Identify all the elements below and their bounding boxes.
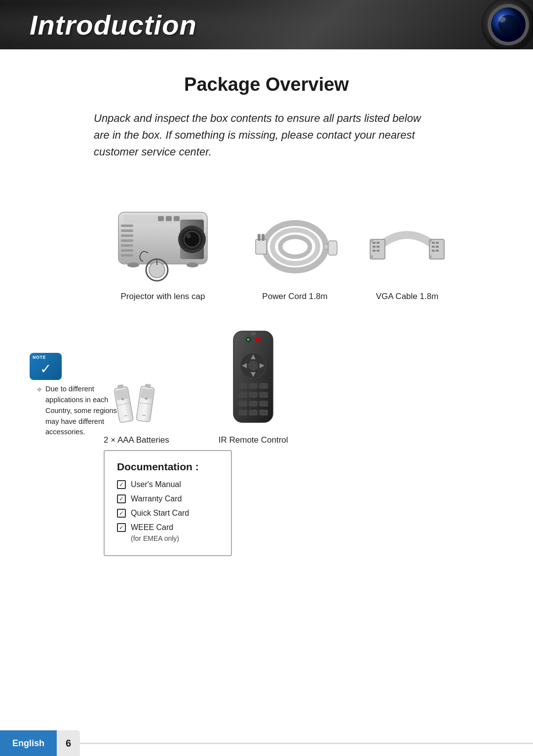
doc-label-users-manual: User's Manual — [131, 480, 181, 490]
item-ir-remote: IR Remote Control — [219, 329, 288, 445]
item-power-cord: Power Cord 1.8m — [252, 212, 338, 302]
svg-rect-59 — [145, 384, 152, 389]
ir-remote-label: IR Remote Control — [219, 435, 288, 445]
doc-checkbox-quick-start-card: ✓ — [117, 509, 126, 518]
batteries-label: 2 × AAA Batteries — [104, 435, 169, 445]
svg-point-17 — [184, 231, 200, 247]
doc-label-weee-card: WEEE Card — [131, 523, 173, 533]
svg-rect-46 — [432, 250, 435, 252]
svg-rect-81 — [249, 401, 258, 407]
intro-text: Unpack and inspect the box contents to e… — [94, 110, 439, 160]
svg-rect-13 — [121, 254, 133, 257]
svg-rect-44 — [432, 242, 435, 244]
doc-item-warranty-card: ✓ Warranty Card — [117, 494, 219, 504]
item-vga-cable: VGA Cable 1.8m — [368, 212, 447, 302]
note-badge-label: NOTE — [33, 355, 46, 360]
documentation-box: Documentation : ✓ User's Manual ✓ Warran… — [104, 450, 232, 556]
main-content: Package Overview Unpack and inspect the … — [0, 49, 533, 605]
svg-rect-32 — [262, 234, 265, 241]
doc-label-quick-start-card: Quick Start Card — [131, 508, 189, 519]
svg-rect-37 — [373, 250, 376, 252]
page-number: 6 — [57, 730, 80, 756]
svg-rect-77 — [238, 392, 247, 398]
header: Introduction — [0, 0, 533, 49]
items-row-1: Projector with lens cap — [104, 185, 498, 302]
svg-point-86 — [250, 332, 256, 336]
batteries-image: + − + − — [107, 378, 166, 429]
note-check-icon: ✓ — [40, 361, 51, 377]
svg-rect-83 — [238, 410, 247, 416]
svg-rect-40 — [377, 250, 380, 252]
svg-rect-12 — [121, 249, 133, 252]
power-cord-label: Power Cord 1.8m — [262, 292, 327, 302]
doc-item-quick-start-card: ✓ Quick Start Card — [117, 508, 219, 519]
svg-rect-85 — [259, 410, 268, 416]
svg-rect-49 — [436, 250, 439, 252]
svg-rect-47 — [436, 242, 439, 244]
doc-checkbox-warranty-card: ✓ — [117, 494, 126, 503]
vga-cable-label: VGA Cable 1.8m — [376, 292, 439, 302]
svg-rect-76 — [259, 383, 268, 389]
svg-point-29 — [280, 237, 310, 257]
svg-rect-79 — [259, 392, 268, 398]
page-title: Introduction — [30, 9, 197, 41]
svg-rect-21 — [174, 216, 180, 221]
svg-rect-84 — [249, 410, 258, 416]
svg-rect-30 — [256, 239, 266, 254]
note-badge: NOTE ✓ — [30, 353, 62, 380]
content-body: NOTE ✓ ❖ Due to different applications i… — [35, 185, 498, 556]
bullet-diamond-icon: ❖ — [37, 385, 42, 395]
svg-rect-80 — [238, 401, 247, 407]
svg-rect-48 — [436, 246, 439, 248]
doc-item-weee-card: ✓ WEEE Card — [117, 523, 219, 533]
projector-label: Projector with lens cap — [120, 292, 205, 302]
svg-point-73 — [248, 361, 258, 371]
svg-rect-38 — [377, 242, 380, 244]
section-title: Package Overview — [35, 74, 498, 95]
svg-rect-31 — [258, 234, 261, 241]
svg-rect-19 — [158, 216, 164, 221]
items-row-2: + − + − 2 × AAA Ba — [104, 329, 498, 445]
svg-rect-36 — [373, 246, 376, 248]
svg-rect-9 — [121, 234, 133, 237]
footer-line — [80, 743, 533, 744]
power-cord-image — [252, 212, 338, 286]
svg-rect-11 — [121, 244, 133, 247]
svg-point-67 — [247, 338, 250, 341]
svg-rect-33 — [328, 241, 337, 255]
svg-point-18 — [186, 233, 191, 238]
doc-checkbox-weee-card: ✓ — [117, 523, 126, 532]
doc-item-users-manual: ✓ User's Manual — [117, 480, 219, 490]
item-projector: Projector with lens cap — [104, 185, 222, 302]
doc-label-warranty-card: Warranty Card — [131, 494, 182, 504]
svg-rect-75 — [249, 383, 258, 389]
svg-rect-78 — [249, 392, 258, 398]
svg-rect-39 — [377, 246, 380, 248]
footer-bar: English 6 — [0, 730, 533, 756]
svg-point-51 — [429, 255, 432, 258]
svg-point-42 — [370, 255, 373, 258]
language-label: English — [0, 730, 57, 756]
projector-image — [104, 185, 222, 286]
svg-rect-45 — [432, 246, 435, 248]
svg-rect-8 — [121, 229, 133, 232]
svg-rect-35 — [373, 242, 376, 244]
item-batteries: + − + − 2 × AAA Ba — [104, 378, 169, 445]
svg-point-23 — [187, 263, 198, 267]
svg-rect-10 — [121, 239, 133, 242]
doc-checkbox-users-manual: ✓ — [117, 480, 126, 489]
svg-point-22 — [127, 263, 139, 267]
documentation-title: Documentation : — [117, 461, 219, 473]
svg-rect-74 — [238, 383, 247, 389]
svg-rect-7 — [121, 225, 133, 227]
svg-rect-20 — [166, 216, 172, 221]
doc-sub-weee: (for EMEA only) — [117, 534, 219, 542]
vga-cable-image — [368, 212, 447, 286]
ir-remote-image — [221, 329, 285, 429]
items-row-3: Documentation : ✓ User's Manual ✓ Warran… — [35, 455, 498, 556]
svg-point-41 — [370, 239, 373, 242]
svg-rect-82 — [259, 401, 268, 407]
svg-point-50 — [429, 239, 432, 242]
header-lens-image — [469, 0, 533, 49]
svg-point-66 — [256, 337, 261, 342]
